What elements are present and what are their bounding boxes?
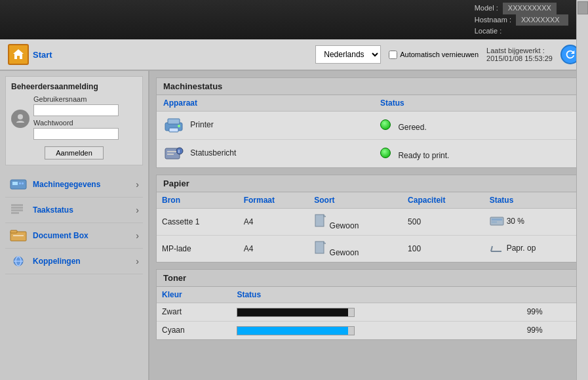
statusbericht-icon: i	[163, 145, 184, 162]
model-label: Model :	[475, 4, 498, 12]
sidebar-item-taak[interactable]: Taakstatus ›	[5, 198, 143, 223]
col-status: Status	[374, 95, 581, 112]
svg-rect-24	[315, 215, 324, 226]
sidebar-item-docbox[interactable]: Document Box ›	[5, 223, 143, 249]
cassette1-status-text: 30 %	[507, 217, 524, 226]
password-input[interactable]	[33, 128, 119, 140]
svg-rect-22	[167, 151, 176, 152]
zwart-kleur: Zwart	[157, 303, 231, 322]
main-layout: Beheerdersaanmelding Gebruikersnaam Wach…	[0, 71, 588, 380]
login-button[interactable]: Aanmelden	[45, 146, 104, 159]
auto-refresh-container: Automatisch vernieuwen	[389, 51, 479, 59]
svg-rect-6	[11, 207, 23, 209]
svg-rect-7	[11, 209, 23, 211]
svg-rect-17	[169, 128, 178, 132]
cassette1-status: 30 %	[484, 209, 581, 236]
machine-arrow-icon: ›	[136, 179, 139, 190]
home-button[interactable]: Start	[8, 44, 52, 65]
table-row: Printer Gereed.	[157, 112, 581, 140]
toner-section: Toner Kleur Status Zwart	[156, 269, 581, 340]
mplade-cap: 100	[402, 236, 484, 263]
svg-rect-5	[11, 204, 23, 206]
last-updated-label: Laatst bijgewerkt :	[486, 47, 553, 54]
paper-icon	[314, 240, 327, 256]
svg-text:i: i	[178, 149, 180, 154]
login-title: Beheerdersaanmelding	[11, 82, 137, 91]
mplade-soort: Gewoon	[309, 236, 402, 263]
top-bar: Model : XXXXXXXXX Hostnaam : XXXXXXXX Lo…	[0, 0, 588, 39]
svg-rect-28	[315, 242, 324, 253]
svg-rect-3	[19, 182, 21, 184]
col-status: Status	[484, 192, 581, 209]
svg-rect-11	[13, 235, 24, 236]
docbox-icon	[9, 228, 28, 243]
sidebar: Beheerdersaanmelding Gebruikersnaam Wach…	[0, 71, 149, 380]
svg-rect-2	[12, 182, 18, 185]
login-fields: Gebruikersnaam Wachtwoord	[33, 95, 119, 142]
table-row: i Statusbericht Ready to print.	[157, 140, 581, 168]
col-capaciteit: Capaciteit	[402, 192, 484, 209]
col-kleur: Kleur	[157, 287, 231, 303]
zwart-pct: 99%	[522, 303, 581, 322]
statusbericht-label: Statusbericht	[190, 148, 236, 158]
statusbericht-status-cell: Ready to print.	[374, 140, 581, 168]
toner-table: Kleur Status Zwart 99%	[157, 287, 581, 339]
cassette1-soort-text: Gewoon	[330, 221, 359, 230]
cyaan-pct: 99%	[522, 321, 581, 339]
mplade-bron: MP-lade	[157, 236, 239, 263]
sidebar-item-koppelingen[interactable]: Koppelingen ›	[5, 249, 143, 274]
svg-point-18	[178, 125, 180, 127]
table-row: Cyaan 99%	[157, 321, 581, 339]
cassette1-soort: Gewoon	[309, 209, 402, 236]
zwart-bar-cell	[231, 303, 521, 322]
printer-status-cell: Gereed.	[374, 112, 581, 140]
mplade-status-text: Papr. op	[507, 243, 536, 253]
cyaan-bar-bg	[237, 326, 355, 335]
home-icon	[8, 44, 29, 65]
model-value: XXXXXXXXX	[503, 3, 557, 14]
col-bron: Bron	[157, 192, 239, 209]
svg-rect-8	[11, 212, 19, 214]
cassette1-status-icon	[490, 215, 504, 227]
table-row: Cassette 1 A4 Gewoon	[157, 209, 581, 236]
scrollbar-thumb[interactable]	[578, 1, 588, 14]
col-soort-header: Soort	[309, 192, 402, 209]
machine-status-header: Machinestatus	[157, 78, 581, 95]
mplade-status-icon	[490, 242, 504, 254]
sidebar-item-machine[interactable]: Machinegegevens ›	[5, 172, 143, 198]
location-label: Locatie :	[475, 27, 502, 35]
statusbericht-status-dot	[380, 148, 391, 158]
svg-point-20	[176, 148, 183, 154]
svg-rect-27	[492, 221, 497, 223]
sidebar-nav: Machinegegevens › Taakstatus ›	[5, 172, 143, 274]
language-select[interactable]: Nederlands English Deutsch Français	[315, 45, 381, 64]
table-row: Zwart 99%	[157, 303, 581, 322]
sidebar-item-machine-label: Machinegegevens	[33, 180, 130, 189]
scrollbar[interactable]	[576, 0, 588, 380]
col-toner-status: Status	[231, 287, 521, 303]
cyaan-bar-cell	[231, 321, 521, 339]
user-avatar	[11, 110, 29, 128]
username-label: Gebruikersnaam	[33, 95, 119, 103]
hostname-label: Hostnaam :	[475, 16, 511, 24]
content-area: Machinestatus Apparaat Status	[149, 71, 588, 380]
auto-refresh-checkbox[interactable]	[389, 51, 397, 59]
last-updated: Laatst bijgewerkt : 2015/01/08 15:53:29	[486, 47, 553, 62]
koppelingen-arrow-icon: ›	[136, 256, 139, 266]
col-formaat: Formaat	[239, 192, 309, 209]
cassette1-formaat: A4	[239, 209, 309, 236]
svg-rect-4	[22, 182, 24, 184]
svg-point-0	[18, 114, 23, 119]
toner-header: Toner	[157, 270, 581, 287]
svg-rect-16	[168, 119, 180, 124]
paper-icon	[314, 213, 327, 229]
svg-rect-23	[167, 154, 174, 155]
statusbericht-status-text: Ready to print.	[398, 151, 449, 160]
printer-icon	[163, 117, 184, 134]
nav-bar: Start Nederlands English Deutsch Françai…	[0, 39, 588, 71]
printer-status-dot	[380, 119, 391, 130]
sidebar-item-docbox-label: Document Box	[33, 231, 130, 240]
machine-icon	[9, 177, 28, 192]
svg-rect-26	[492, 219, 502, 221]
username-input[interactable]	[33, 104, 119, 116]
